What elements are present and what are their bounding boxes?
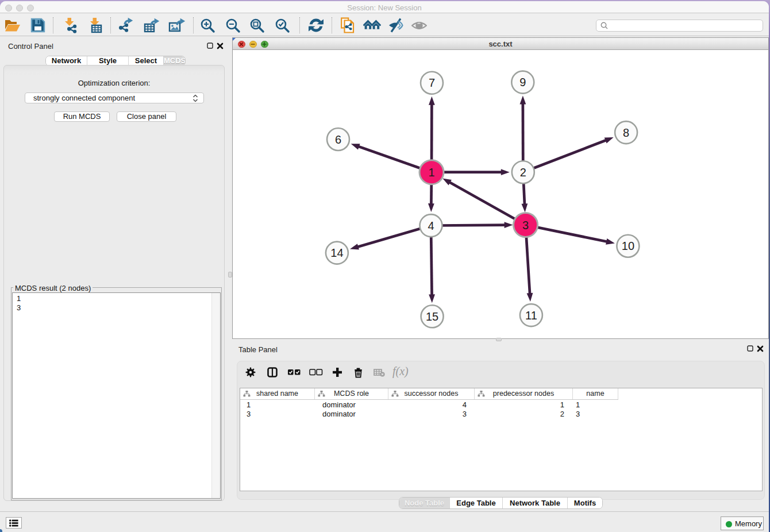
svg-text:1: 1 bbox=[428, 166, 434, 179]
svg-text:15: 15 bbox=[426, 310, 438, 323]
svg-text:8: 8 bbox=[623, 126, 629, 139]
svg-text:6: 6 bbox=[335, 133, 341, 146]
svg-text:4: 4 bbox=[428, 219, 434, 232]
svg-text:9: 9 bbox=[519, 76, 526, 88]
svg-text:2: 2 bbox=[520, 166, 526, 179]
svg-text:11: 11 bbox=[525, 309, 537, 322]
svg-text:3: 3 bbox=[522, 219, 529, 232]
svg-text:7: 7 bbox=[429, 76, 435, 89]
svg-text:14: 14 bbox=[330, 246, 343, 259]
svg-text:f(x): f(x) bbox=[392, 366, 409, 378]
svg-text:10: 10 bbox=[622, 240, 634, 252]
